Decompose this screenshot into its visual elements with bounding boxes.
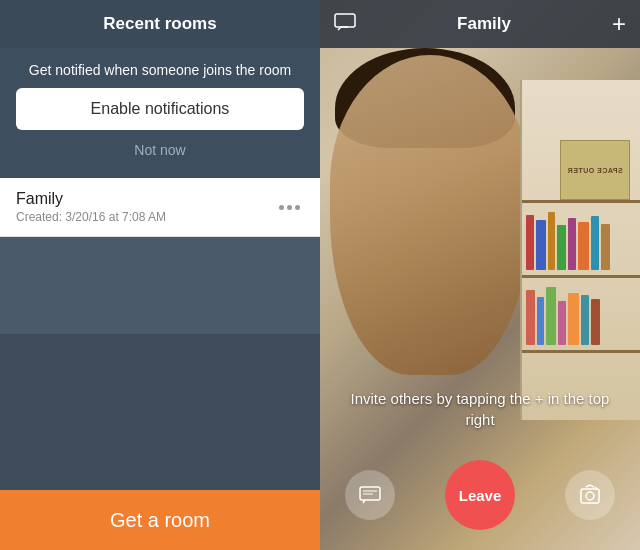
bottom-controls: Leave [320, 460, 640, 530]
invite-text: Invite others by tapping the + in the to… [320, 388, 640, 430]
shelf-3 [522, 350, 640, 353]
bookshelf: SPACE OUTER [520, 80, 640, 420]
book [568, 218, 576, 270]
not-now-button[interactable]: Not now [16, 138, 304, 168]
book [526, 215, 534, 270]
left-panel: Recent rooms Get notified when someone j… [0, 0, 320, 550]
book [591, 299, 600, 345]
enable-notifications-button[interactable]: Enable notifications [16, 88, 304, 130]
shelf-2 [522, 275, 640, 278]
book [537, 297, 544, 345]
book [536, 220, 546, 270]
room-info: Family Created: 3/20/16 at 7:08 AM [16, 190, 166, 224]
book [526, 290, 535, 345]
face-overlay [330, 55, 530, 375]
chat-icon[interactable] [334, 13, 356, 36]
book [548, 212, 555, 270]
family-title: Family [457, 14, 511, 34]
book [581, 295, 589, 345]
svg-rect-0 [335, 14, 355, 27]
left-header: Recent rooms [0, 0, 320, 48]
room-created: Created: 3/20/16 at 7:08 AM [16, 210, 166, 224]
notification-text: Get notified when someone joins the room [16, 62, 304, 78]
books-row-1 [526, 210, 636, 270]
shelf-box: SPACE OUTER [560, 140, 630, 200]
shelf-1 [522, 200, 640, 203]
svg-point-5 [586, 492, 594, 500]
blurred-area [0, 334, 320, 490]
right-header: Family + [320, 0, 640, 48]
dot-2 [287, 205, 292, 210]
notification-banner: Get notified when someone joins the room… [0, 48, 320, 178]
book [557, 225, 566, 270]
leave-button[interactable]: Leave [445, 460, 515, 530]
svg-rect-4 [581, 489, 599, 503]
chat-control-button[interactable] [345, 470, 395, 520]
dot-3 [295, 205, 300, 210]
room-item[interactable]: Family Created: 3/20/16 at 7:08 AM [0, 178, 320, 237]
book [568, 293, 579, 345]
room-list: Family Created: 3/20/16 at 7:08 AM [0, 178, 320, 334]
book [591, 216, 599, 270]
book [558, 301, 566, 345]
add-button[interactable]: + [612, 12, 626, 36]
books-row-2 [526, 285, 636, 345]
right-panel: SPACE OUTER [320, 0, 640, 550]
flip-camera-button[interactable] [565, 470, 615, 520]
book [601, 224, 610, 270]
room-name: Family [16, 190, 166, 208]
book [546, 287, 556, 345]
recent-rooms-title: Recent rooms [103, 14, 216, 34]
book [578, 222, 589, 270]
dot-1 [279, 205, 284, 210]
room-more-button[interactable] [275, 201, 304, 214]
get-room-button[interactable]: Get a room [0, 490, 320, 550]
